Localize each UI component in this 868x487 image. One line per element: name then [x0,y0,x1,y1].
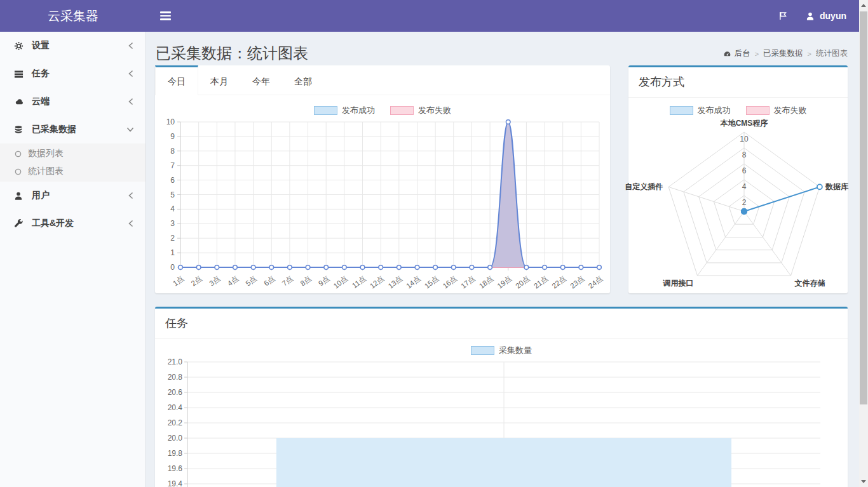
scrollbar-thumb[interactable] [860,11,867,404]
user-icon [14,191,27,201]
brand-logo[interactable]: 云采集器 [0,0,146,32]
svg-text:9: 9 [170,132,175,141]
svg-text:18点: 18点 [478,274,495,290]
sidebar-subitem-stats-charts[interactable]: 统计图表 [0,163,146,180]
svg-text:19.6: 19.6 [168,464,183,473]
legend-label: 采集数量 [499,345,532,356]
svg-text:1点: 1点 [172,274,185,287]
scrollbar-down-arrow-icon[interactable] [859,476,868,487]
scrollbar[interactable] [859,0,868,487]
hourly-line-chart[interactable]: 0123456789101点2点3点4点5点6点7点8点9点10点11点12点1… [155,117,610,293]
sidebar-toggle-button[interactable] [156,6,175,26]
svg-text:20.6: 20.6 [168,388,183,397]
sidebar-item-label: 任务 [32,68,50,79]
tab-all[interactable]: 全部 [282,65,324,95]
cloud-icon [14,97,27,107]
circle-icon [15,168,22,175]
dashboard-icon [723,50,731,58]
flag-icon[interactable] [778,11,788,21]
publish-method-panel: 发布方式 发布成功发布失败 246810本地CMS程序数据库文件存储调用接口自定… [628,65,848,293]
sidebar-item-cloud[interactable]: 云端 [0,88,146,116]
chevron-left-icon [128,98,134,105]
sidebar-subitem-label: 数据列表 [28,148,64,159]
svg-text:21.0: 21.0 [168,357,183,366]
sidebar-item-label: 工具&开发 [32,218,74,229]
breadcrumb-label: 后台 [735,48,750,59]
svg-text:3点: 3点 [208,274,221,287]
task-panel: 任务 采集数量 21.020.820.620.420.220.019.819.6… [155,307,848,487]
sidebar-item-label: 用户 [32,190,50,201]
svg-text:自定义插件: 自定义插件 [625,182,663,191]
sidebar-item-tools-dev[interactable]: 工具&开发 [0,210,146,237]
tab-today[interactable]: 今日 [155,65,198,95]
chevron-left-icon [128,42,134,50]
legend-label: 发布成功 [698,105,731,116]
legend-item[interactable]: 发布失败 [390,105,451,116]
sidebar-item-collected-data[interactable]: 已采集数据 [0,116,146,143]
svg-text:20.4: 20.4 [168,403,183,412]
legend-item[interactable]: 发布成功 [314,105,375,116]
app-root: 云采集器 duyun 设置任务云端已采集数据数据列表统计图表用户工具&开发 已采… [0,0,868,487]
user-menu[interactable]: duyun [806,11,846,21]
svg-text:10: 10 [740,135,749,143]
svg-text:23点: 23点 [569,274,586,290]
breadcrumb-item[interactable]: 已采集数据 [763,48,803,59]
svg-text:6点: 6点 [262,274,276,287]
tab-month[interactable]: 本月 [198,65,240,95]
database-icon [14,125,27,135]
breadcrumb-item: 统计图表 [816,48,848,59]
svg-text:17点: 17点 [459,274,477,290]
breadcrumb-separator: > [755,50,759,58]
svg-text:5: 5 [170,190,175,199]
user-icon [806,11,815,21]
svg-text:24点: 24点 [587,274,604,290]
legend-swatch [390,106,414,115]
tasks-icon [14,69,27,79]
panel-title: 任务 [155,309,848,339]
svg-text:2点: 2点 [189,274,203,287]
svg-text:调用接口: 调用接口 [663,279,694,288]
sidebar-item-tasks[interactable]: 任务 [0,60,146,88]
sidebar-subitem-label: 统计图表 [28,166,64,177]
chevron-down-icon [126,126,134,133]
navbar-right: duyun [778,11,859,21]
sidebar-item-users[interactable]: 用户 [0,182,146,210]
legend-item[interactable]: 采集数量 [471,345,532,356]
legend-label: 发布失败 [418,105,451,116]
hamburger-icon [160,11,171,13]
legend-item[interactable]: 发布失败 [746,105,807,116]
task-legend: 采集数量 [155,345,848,356]
breadcrumb-label: 已采集数据 [763,48,803,59]
legend-label: 发布失败 [774,105,807,116]
breadcrumb-separator: > [808,50,811,58]
tab-bar: 今日本月今年全部 [155,65,610,95]
hourly-chart-panel: 今日本月今年全部 发布成功发布失败 0123456789101点2点3点4点5点… [155,65,610,293]
sidebar: 设置任务云端已采集数据数据列表统计图表用户工具&开发 [0,32,146,487]
breadcrumb: 后台>已采集数据>统计图表 [723,48,848,59]
svg-text:2: 2 [170,234,175,243]
task-bar-chart[interactable]: 21.020.820.620.420.220.019.819.619.419.2… [155,358,848,487]
sidebar-subitem-data-list[interactable]: 数据列表 [0,145,146,163]
breadcrumb-label: 统计图表 [816,48,848,59]
svg-text:15点: 15点 [423,274,440,290]
scrollbar-up-arrow-icon[interactable] [859,0,868,11]
svg-text:16点: 16点 [441,274,458,290]
tab-year[interactable]: 今年 [240,65,282,95]
svg-text:文件存储: 文件存储 [794,279,825,288]
svg-text:2: 2 [742,198,747,207]
submenu-collected-data: 数据列表统计图表 [0,143,146,182]
svg-text:数据库: 数据库 [825,182,849,191]
publish-method-radar-chart[interactable]: 246810本地CMS程序数据库文件存储调用接口自定义插件 [628,118,848,291]
gear-icon [14,41,27,51]
svg-text:13点: 13点 [387,274,404,290]
breadcrumb-item[interactable]: 后台 [723,48,750,59]
svg-text:20点: 20点 [514,274,531,290]
content-header: 已采集数据：统计图表 后台>已采集数据>统计图表 [155,38,848,67]
hourly-legend: 发布成功发布失败 [155,105,610,116]
svg-text:10点: 10点 [332,274,349,290]
svg-text:0: 0 [170,263,175,272]
legend-item[interactable]: 发布成功 [670,105,731,116]
svg-text:22点: 22点 [550,274,567,290]
svg-text:10: 10 [166,117,175,126]
sidebar-item-settings[interactable]: 设置 [0,32,146,60]
